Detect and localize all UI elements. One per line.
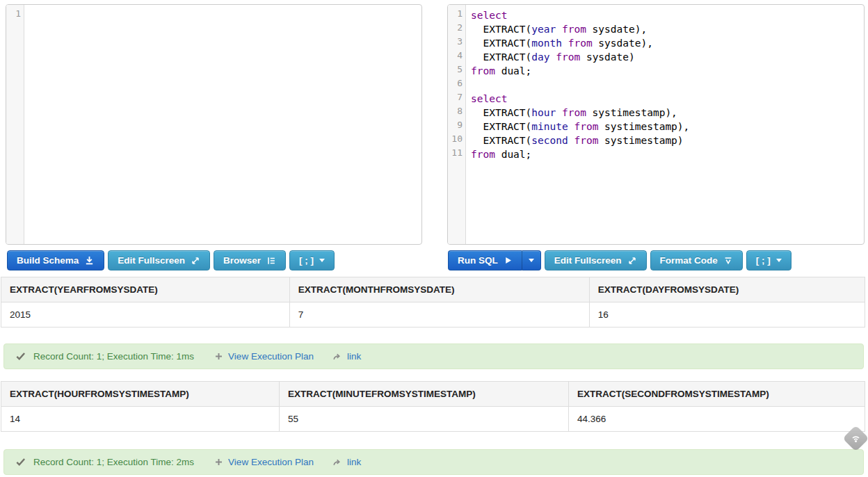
fullscreen-icon — [191, 256, 200, 266]
column-header: EXTRACT(SECONDFROMSYSTIMESTAMP) — [568, 382, 865, 407]
format-code-button[interactable]: Format Code — [650, 250, 743, 270]
fullscreen-icon — [627, 256, 637, 266]
line-number: 1 — [448, 8, 463, 22]
format-icon — [723, 256, 733, 266]
check-icon — [15, 457, 26, 467]
line-number: 9 — [448, 120, 463, 134]
view-execution-plan-link[interactable]: View Execution Plan — [214, 457, 314, 467]
record-count-text: Record Count: 1; Execution Time: 1ms — [33, 351, 194, 362]
column-header: EXTRACT(YEARFROMSYSDATE) — [1, 277, 290, 302]
status-bar-2: Record Count: 1; Execution Time: 2ms Vie… — [3, 449, 864, 475]
schema-terminator-dropdown[interactable]: [ ; ] — [289, 250, 335, 270]
record-count-text: Record Count: 1; Execution Time: 2ms — [33, 457, 194, 467]
table-cell: 55 — [279, 407, 568, 432]
line-number: 11 — [448, 147, 463, 161]
view-execution-plan-label: View Execution Plan — [228, 457, 314, 467]
code-line: select — [471, 92, 864, 106]
view-execution-plan-label: View Execution Plan — [228, 351, 314, 362]
share-arrow-icon — [332, 352, 342, 362]
result-link-label: link — [347, 351, 361, 362]
code-line: EXTRACT(year from sysdate), — [471, 22, 864, 36]
line-number: 4 — [448, 50, 463, 64]
code-line: EXTRACT(minute from systimestamp), — [471, 120, 864, 134]
plus-icon — [214, 458, 223, 467]
table-row: 145544.366 — [1, 407, 865, 432]
run-sql-split-button: Run SQL — [448, 250, 541, 270]
line-number: 10 — [448, 134, 463, 147]
line-number: 3 — [448, 36, 463, 50]
column-header: EXTRACT(MINUTEFROMSYSTIMESTAMP) — [279, 382, 568, 407]
table-cell: 2015 — [1, 302, 290, 328]
edit-fullscreen-label: Edit Fullscreen — [118, 255, 185, 266]
table-cell: 14 — [1, 407, 280, 432]
result-table-date: EXTRACT(YEARFROMSYSDATE)EXTRACT(MONTHFRO… — [1, 277, 865, 328]
code-line — [471, 78, 864, 92]
query-editor-gutter: 1234567891011 — [448, 5, 466, 244]
chevron-down-icon — [776, 259, 782, 262]
table-cell: 44.366 — [568, 407, 865, 432]
column-header: EXTRACT(MONTHFROMSYSDATE) — [289, 277, 589, 302]
check-icon — [15, 351, 26, 362]
result-table-timestamp: EXTRACT(HOURFROMSYSTIMESTAMP)EXTRACT(MIN… — [1, 381, 865, 432]
schema-editor-code[interactable] — [24, 5, 421, 244]
build-schema-button[interactable]: Build Schema — [7, 250, 104, 270]
table-cell: 7 — [289, 302, 589, 328]
code-line: EXTRACT(hour from systimestamp), — [471, 106, 864, 120]
query-toolbar: Run SQL Edit Fullscreen Format Code [ ; … — [448, 250, 791, 270]
header-row: EXTRACT(YEARFROMSYSDATE)EXTRACT(MONTHFRO… — [1, 277, 865, 302]
run-sql-button[interactable]: Run SQL — [448, 250, 522, 270]
plus-icon — [214, 352, 223, 361]
edit-fullscreen-label: Edit Fullscreen — [554, 255, 622, 266]
code-line: EXTRACT(month from sysdate), — [471, 36, 864, 50]
run-sql-dropdown-toggle[interactable] — [522, 250, 541, 270]
code-line: select — [471, 8, 864, 22]
schema-edit-fullscreen-button[interactable]: Edit Fullscreen — [108, 250, 210, 270]
sql-fiddle-page: 1 1234567891011 select EXTRACT(year from… — [0, 0, 868, 477]
result-link-label: link — [347, 457, 361, 467]
schema-toolbar: Build Schema Edit Fullscreen Browser [ ;… — [7, 250, 335, 270]
table-row: 2015716 — [1, 302, 865, 328]
terminator-label: [ ; ] — [299, 255, 314, 266]
query-terminator-dropdown[interactable]: [ ; ] — [746, 250, 791, 270]
line-number: 8 — [448, 106, 463, 120]
column-header: EXTRACT(DAYFROMSYSDATE) — [589, 277, 865, 302]
code-line: from dual; — [471, 147, 864, 161]
schema-editor: 1 — [6, 4, 422, 245]
schema-editor-gutter: 1 — [6, 5, 24, 244]
build-schema-label: Build Schema — [17, 255, 79, 266]
line-number: 7 — [448, 92, 463, 106]
table-cell: 16 — [589, 302, 865, 328]
code-line: EXTRACT(day from sysdate) — [471, 50, 864, 64]
code-line: from dual; — [471, 64, 864, 78]
code-line: EXTRACT(second from systimestamp) — [471, 134, 864, 147]
terminator-label: [ ; ] — [756, 255, 771, 266]
run-sql-label: Run SQL — [458, 255, 498, 266]
download-icon — [84, 255, 95, 266]
chevron-down-icon — [319, 259, 325, 262]
status-bar-1: Record Count: 1; Execution Time: 1ms Vie… — [3, 343, 864, 369]
query-editor-code[interactable]: select EXTRACT(year from sysdate), EXTRA… — [466, 5, 864, 244]
column-header: EXTRACT(HOURFROMSYSTIMESTAMP) — [1, 382, 280, 407]
query-edit-fullscreen-button[interactable]: Edit Fullscreen — [545, 250, 647, 270]
result-link[interactable]: link — [332, 457, 361, 467]
line-number: 5 — [448, 64, 463, 78]
browser-label: Browser — [223, 255, 261, 266]
header-row: EXTRACT(HOURFROMSYSTIMESTAMP)EXTRACT(MIN… — [1, 382, 865, 407]
outline-icon — [266, 256, 276, 266]
share-arrow-icon — [332, 458, 342, 467]
line-number: 6 — [448, 78, 463, 92]
browser-button[interactable]: Browser — [214, 250, 286, 270]
result-link[interactable]: link — [332, 351, 361, 362]
chevron-down-icon — [529, 259, 534, 262]
query-editor: 1234567891011 select EXTRACT(year from s… — [447, 4, 865, 245]
line-number: 1 — [6, 8, 21, 22]
play-icon — [504, 256, 513, 265]
format-code-label: Format Code — [660, 255, 718, 266]
line-number: 2 — [448, 22, 463, 36]
view-execution-plan-link[interactable]: View Execution Plan — [214, 351, 314, 362]
